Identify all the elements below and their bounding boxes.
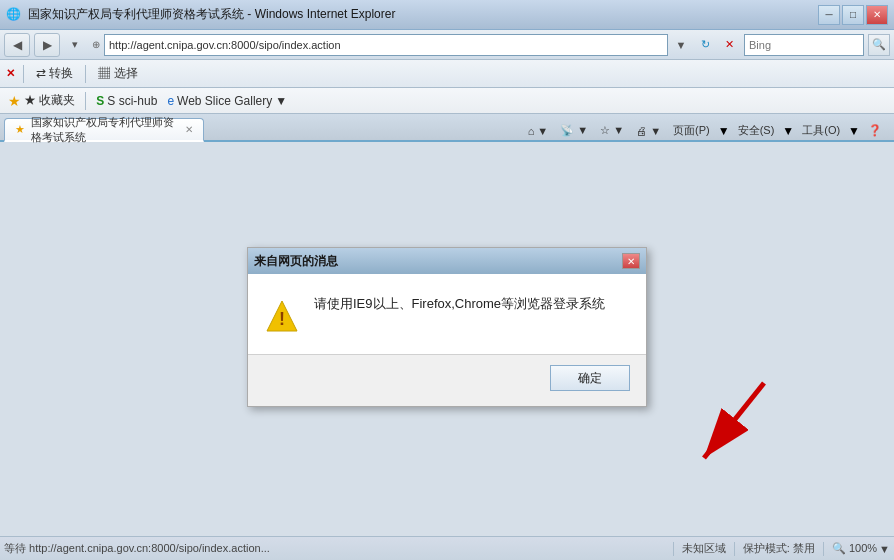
address-bar-container: ⊕ ▼ ↻ ✕ bbox=[90, 34, 740, 56]
tab1-close-button[interactable]: ✕ bbox=[185, 124, 193, 135]
webslice-label: Web Slice Gallery bbox=[177, 94, 272, 108]
favorites-button[interactable]: ★ ★ 收藏夹 bbox=[8, 92, 75, 109]
toolbar-right: ⌂ ▼ 📡 ▼ ☆ ▼ 🖨 ▼ 页面(P) ▼ 安全(S) ▼ 工具(O) ▼ … bbox=[524, 121, 890, 140]
page-button[interactable]: 页面(P) bbox=[669, 121, 714, 140]
favorites-star-button[interactable]: ☆ ▼ bbox=[596, 122, 628, 139]
page-dropdown[interactable]: ▼ bbox=[718, 124, 730, 138]
favorites-bar: ★ ★ 收藏夹 S S sci-hub e Web Slice Gallery … bbox=[0, 88, 894, 114]
tab-bar: ★ 国家知识产权局专利代理师资格考试系统 ✕ ⌂ ▼ 📡 ▼ ☆ ▼ 🖨 ▼ 页… bbox=[0, 114, 894, 142]
window-title: 国家知识产权局专利代理师资格考试系统 - Windows Internet Ex… bbox=[28, 6, 395, 23]
svg-text:!: ! bbox=[279, 309, 285, 329]
scihub-favorite[interactable]: S S sci-hub bbox=[96, 94, 157, 108]
window-controls: ─ □ ✕ bbox=[818, 5, 888, 25]
content-area: 来自网页的消息 ✕ ! 请使用IE9以上、Firefox,Chrome等浏览器登… bbox=[0, 142, 894, 536]
status-bar: 等待 http://agent.cnipa.gov.cn:8000/sipo/i… bbox=[0, 536, 894, 560]
ok-button[interactable]: 确定 bbox=[550, 365, 630, 391]
search-button[interactable]: 🔍 bbox=[868, 34, 890, 56]
dialog-message-text: 请使用IE9以上、Firefox,Chrome等浏览器登录系统 bbox=[314, 294, 605, 314]
address-input[interactable] bbox=[104, 34, 668, 56]
search-input[interactable] bbox=[744, 34, 864, 56]
zone-text: 未知区域 bbox=[682, 541, 726, 556]
tab-1[interactable]: ★ 国家知识产权局专利代理师资格考试系统 ✕ bbox=[4, 118, 204, 142]
safety-dropdown[interactable]: ▼ bbox=[782, 124, 794, 138]
title-bar-left: 🌐 国家知识产权局专利代理师资格考试系统 - Windows Internet … bbox=[6, 6, 395, 23]
protection-text: 保护模式: 禁用 bbox=[743, 541, 815, 556]
separator2 bbox=[85, 65, 86, 83]
status-right: 未知区域 保护模式: 禁用 🔍 100% ▼ bbox=[673, 541, 890, 556]
back-button[interactable]: ◀ bbox=[4, 33, 30, 57]
tools-button[interactable]: 工具(O) bbox=[798, 121, 844, 140]
dialog-overlay: 来自网页的消息 ✕ ! 请使用IE9以上、Firefox,Chrome等浏览器登… bbox=[0, 142, 894, 512]
forward-button[interactable]: ▶ bbox=[34, 33, 60, 57]
home-button[interactable]: ⌂ ▼ bbox=[524, 123, 553, 139]
zoom-dropdown-icon[interactable]: ▼ bbox=[879, 543, 890, 555]
status-text: 等待 http://agent.cnipa.gov.cn:8000/sipo/i… bbox=[4, 541, 673, 556]
warning-icon: ! bbox=[264, 298, 300, 334]
navigation-bar: ◀ ▶ ▾ ⊕ ▼ ↻ ✕ 🔍 bbox=[0, 30, 894, 60]
webslice-icon: e bbox=[167, 94, 174, 108]
help-button[interactable]: ❓ bbox=[864, 122, 886, 139]
dialog-footer: 确定 bbox=[248, 354, 646, 401]
restore-button[interactable]: □ bbox=[842, 5, 864, 25]
zoom-control[interactable]: 🔍 100% ▼ bbox=[832, 542, 890, 555]
scihub-label: S sci-hub bbox=[107, 94, 157, 108]
address-dropdown-icon[interactable]: ▼ bbox=[670, 34, 692, 56]
dialog-body: ! 请使用IE9以上、Firefox,Chrome等浏览器登录系统 bbox=[248, 274, 646, 354]
convert-button[interactable]: ⇄ 转换 bbox=[32, 63, 77, 84]
star-icon: ★ bbox=[8, 93, 21, 109]
webslice-favorite[interactable]: e Web Slice Gallery ▼ bbox=[167, 94, 287, 108]
dropdown-arrow[interactable]: ▾ bbox=[64, 34, 86, 56]
tab1-icon: ★ bbox=[15, 123, 25, 136]
tab1-label: 国家知识产权局专利代理师资格考试系统 bbox=[31, 115, 179, 145]
title-bar: 🌐 国家知识产权局专利代理师资格考试系统 - Windows Internet … bbox=[0, 0, 894, 30]
safety-button[interactable]: 安全(S) bbox=[734, 121, 779, 140]
scihub-icon: S bbox=[96, 94, 104, 108]
webslice-dropdown-icon[interactable]: ▼ bbox=[275, 94, 287, 108]
refresh-button[interactable]: ↻ bbox=[694, 34, 716, 56]
status-sep2 bbox=[734, 542, 735, 556]
close-button[interactable]: ✕ bbox=[866, 5, 888, 25]
fav-separator bbox=[85, 92, 86, 110]
ie-icon: 🌐 bbox=[6, 7, 22, 23]
command-bar: ✕ ⇄ 转换 ▦ 选择 bbox=[0, 60, 894, 88]
feeds-button[interactable]: 📡 ▼ bbox=[556, 122, 592, 139]
dialog-close-button[interactable]: ✕ bbox=[622, 253, 640, 269]
message-dialog: 来自网页的消息 ✕ ! 请使用IE9以上、Firefox,Chrome等浏览器登… bbox=[247, 247, 647, 407]
print-button[interactable]: 🖨 ▼ bbox=[632, 123, 665, 139]
favorites-label: ★ 收藏夹 bbox=[24, 92, 75, 109]
dialog-title-bar: 来自网页的消息 ✕ bbox=[248, 248, 646, 274]
status-sep1 bbox=[673, 542, 674, 556]
close-tab-button[interactable]: ✕ bbox=[6, 67, 15, 80]
select-button[interactable]: ▦ 选择 bbox=[94, 63, 141, 84]
minimize-button[interactable]: ─ bbox=[818, 5, 840, 25]
zoom-text: 🔍 100% bbox=[832, 542, 877, 555]
dialog-title: 来自网页的消息 bbox=[254, 253, 338, 270]
tools-dropdown[interactable]: ▼ bbox=[848, 124, 860, 138]
status-sep3 bbox=[823, 542, 824, 556]
stop-button[interactable]: ✕ bbox=[718, 34, 740, 56]
separator1 bbox=[23, 65, 24, 83]
address-icon: ⊕ bbox=[90, 39, 102, 50]
